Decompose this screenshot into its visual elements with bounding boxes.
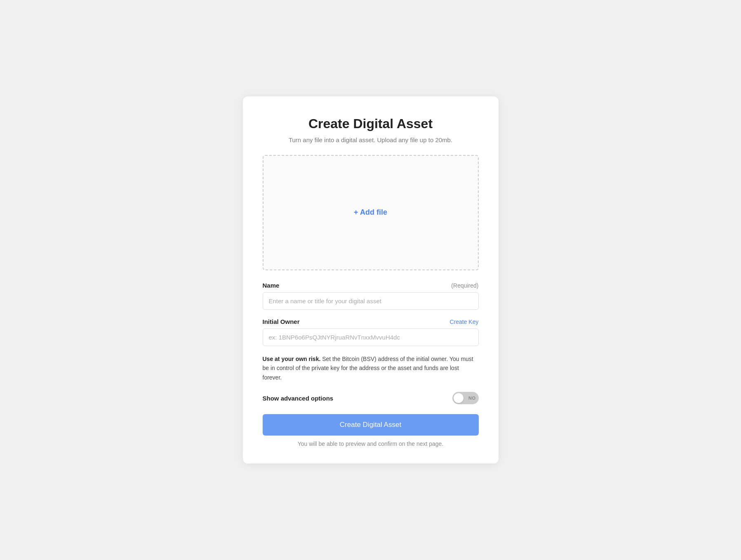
page-title: Create Digital Asset: [263, 116, 479, 131]
create-digital-asset-card: Create Digital Asset Turn any file into …: [243, 96, 499, 464]
owner-input[interactable]: [263, 328, 479, 346]
create-asset-button[interactable]: Create Digital Asset: [263, 414, 479, 436]
toggle-state-label: NO: [468, 396, 476, 401]
name-required-label: (Required): [451, 282, 478, 289]
toggle-knob: [454, 393, 463, 403]
page-subtitle: Turn any file into a digital asset. Uplo…: [263, 136, 479, 143]
advanced-options-label: Show advanced options: [263, 395, 334, 402]
create-key-link[interactable]: Create Key: [449, 319, 478, 325]
file-dropzone[interactable]: + Add file: [263, 155, 479, 270]
advanced-options-row: Show advanced options NO: [263, 392, 479, 404]
warning-text: Use at your own risk. Set the Bitcoin (B…: [263, 354, 479, 382]
confirm-text: You will be able to preview and confirm …: [263, 441, 479, 447]
advanced-toggle-container: NO: [452, 392, 479, 404]
add-file-label: + Add file: [354, 208, 387, 217]
owner-field-row: Initial Owner Create Key: [263, 318, 479, 325]
advanced-toggle[interactable]: NO: [452, 392, 479, 404]
owner-field-label: Initial Owner: [263, 318, 300, 325]
name-input[interactable]: [263, 292, 479, 310]
warning-bold: Use at your own risk.: [263, 356, 321, 362]
name-field-label: Name: [263, 282, 280, 289]
name-field-row: Name (Required): [263, 282, 479, 289]
